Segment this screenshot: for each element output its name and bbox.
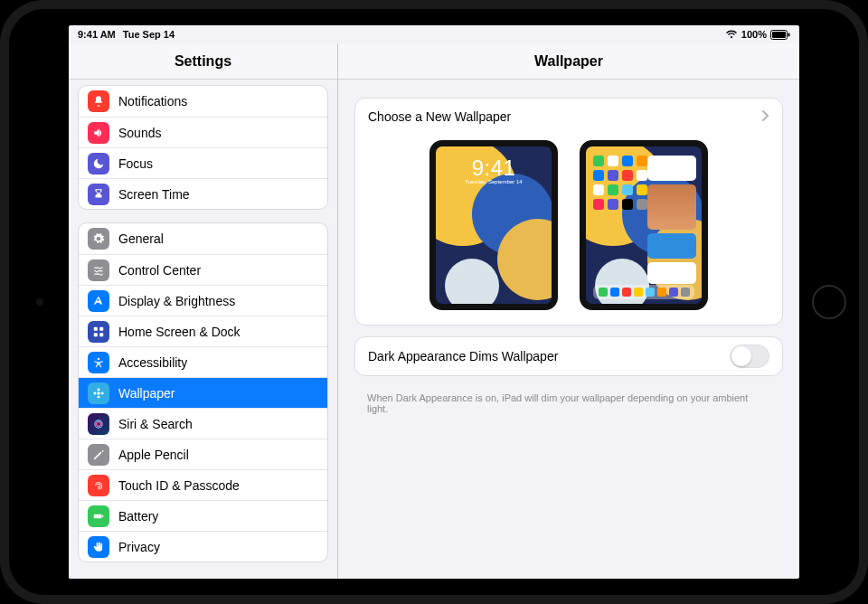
sidebar-item-touch-id-passcode[interactable]: Touch ID & Passcode bbox=[79, 469, 327, 500]
fingerprint-icon bbox=[88, 475, 109, 496]
svg-rect-1 bbox=[772, 32, 786, 38]
dark-appearance-label: Dark Appearance Dims Wallpaper bbox=[368, 349, 558, 363]
svg-rect-16 bbox=[102, 514, 103, 516]
sidebar-item-label: Wallpaper bbox=[118, 386, 175, 401]
wallpaper-chooser-card: Choose a New Wallpaper bbox=[354, 98, 783, 326]
wifi-icon bbox=[725, 30, 738, 39]
accessibility-icon bbox=[88, 352, 109, 373]
gear-icon bbox=[88, 228, 109, 250]
sidebar-item-display-brightness[interactable]: Display & Brightness bbox=[79, 285, 327, 316]
svg-rect-5 bbox=[94, 333, 98, 336]
status-date: Tue Sep 14 bbox=[123, 29, 175, 40]
sidebar-item-label: Privacy bbox=[118, 540, 160, 554]
widgets-stack bbox=[647, 156, 696, 284]
svg-rect-3 bbox=[94, 326, 98, 330]
svg-point-7 bbox=[98, 357, 99, 359]
dark-appearance-footer: When Dark Appearance is on, iPad will di… bbox=[354, 387, 783, 414]
grid-icon bbox=[88, 321, 109, 343]
app-grid bbox=[593, 156, 647, 210]
status-time: 9:41 AM bbox=[78, 29, 116, 40]
sidebar-item-label: Siri & Search bbox=[118, 417, 193, 431]
front-camera bbox=[36, 298, 43, 306]
svg-rect-15 bbox=[94, 514, 102, 518]
svg-point-12 bbox=[101, 392, 104, 394]
sidebar-item-label: Control Center bbox=[118, 263, 201, 278]
sidebar-item-apple-pencil[interactable]: Apple Pencil bbox=[79, 439, 327, 469]
sidebar-item-label: Battery bbox=[118, 509, 158, 524]
home-button[interactable] bbox=[812, 285, 846, 319]
sidebar-item-label: Display & Brightness bbox=[118, 294, 235, 308]
sidebar-item-privacy[interactable]: Privacy bbox=[79, 531, 327, 562]
battery-percent: 100% bbox=[741, 29, 767, 40]
svg-point-8 bbox=[97, 392, 100, 395]
hourglass-icon bbox=[88, 184, 109, 205]
svg-rect-6 bbox=[99, 333, 103, 336]
hand-icon bbox=[88, 536, 109, 558]
sidebar-item-wallpaper[interactable]: Wallpaper bbox=[79, 377, 327, 408]
sidebar-item-sounds[interactable]: Sounds bbox=[79, 117, 327, 147]
lock-screen-preview[interactable]: 9:41 Tuesday, September 14 bbox=[429, 140, 558, 310]
siri-icon bbox=[88, 413, 109, 435]
sidebar-item-label: Notifications bbox=[118, 94, 187, 109]
sidebar-item-home-screen-dock[interactable]: Home Screen & Dock bbox=[79, 316, 327, 346]
svg-point-10 bbox=[98, 395, 100, 398]
choose-wallpaper-label: Choose a New Wallpaper bbox=[368, 109, 511, 124]
svg-point-9 bbox=[98, 388, 100, 391]
dark-appearance-switch[interactable] bbox=[730, 344, 769, 368]
chevron-right-icon bbox=[762, 109, 769, 124]
pencil-icon bbox=[88, 444, 109, 466]
bell-icon bbox=[88, 90, 109, 112]
svg-rect-4 bbox=[99, 326, 103, 330]
detail-pane: Wallpaper Choose a New Wallpaper bbox=[338, 43, 799, 579]
ipad-frame: 9:41 AM Tue Sep 14 100% Settings bbox=[0, 0, 868, 604]
sidebar-item-label: General bbox=[118, 231, 164, 246]
sidebar-item-screen-time[interactable]: Screen Time bbox=[79, 178, 327, 209]
svg-rect-2 bbox=[788, 33, 790, 36]
sidebar-item-notifications[interactable]: Notifications bbox=[79, 86, 327, 117]
sidebar-item-control-center[interactable]: Control Center bbox=[79, 254, 327, 285]
speaker-icon bbox=[88, 122, 109, 144]
sidebar-item-general[interactable]: General bbox=[79, 223, 327, 254]
svg-point-11 bbox=[93, 392, 96, 394]
sidebar-item-label: Screen Time bbox=[118, 187, 190, 202]
switch-knob bbox=[731, 346, 751, 366]
settings-sidebar: Settings Notifications Sounds bbox=[69, 43, 338, 579]
sidebar-item-label: Home Screen & Dock bbox=[118, 325, 241, 339]
sidebar-item-label: Accessibility bbox=[118, 355, 187, 370]
svg-point-14 bbox=[97, 421, 101, 426]
wallpaper-previews: 9:41 Tuesday, September 14 bbox=[355, 135, 782, 325]
lock-time: 9:41 bbox=[436, 156, 552, 181]
home-screen-preview[interactable] bbox=[580, 140, 708, 310]
dock bbox=[593, 285, 694, 299]
sliders-icon bbox=[88, 260, 109, 281]
lock-date: Tuesday, September 14 bbox=[436, 179, 552, 184]
sidebar-item-battery[interactable]: Battery bbox=[79, 500, 327, 531]
status-bar: 9:41 AM Tue Sep 14 100% bbox=[69, 25, 799, 43]
text-size-icon bbox=[88, 290, 109, 312]
battery-icon bbox=[770, 30, 790, 40]
screen: 9:41 AM Tue Sep 14 100% Settings bbox=[69, 25, 799, 579]
home-overlay bbox=[586, 146, 702, 304]
sidebar-item-label: Sounds bbox=[118, 126, 161, 140]
sidebar-group-2: General Control Center Display & Brightn… bbox=[78, 222, 328, 562]
dark-appearance-toggle-row: Dark Appearance Dims Wallpaper bbox=[355, 337, 782, 375]
dark-appearance-card: Dark Appearance Dims Wallpaper bbox=[354, 336, 783, 376]
detail-title: Wallpaper bbox=[338, 43, 799, 80]
sidebar-item-label: Focus bbox=[118, 156, 153, 171]
battery-icon bbox=[88, 505, 109, 527]
sidebar-item-accessibility[interactable]: Accessibility bbox=[79, 346, 327, 377]
sidebar-item-label: Apple Pencil bbox=[118, 448, 189, 462]
sidebar-item-focus[interactable]: Focus bbox=[79, 147, 327, 178]
sidebar-item-siri-search[interactable]: Siri & Search bbox=[79, 408, 327, 439]
moon-icon bbox=[88, 153, 109, 175]
sidebar-scroll[interactable]: Notifications Sounds Focus Screen T bbox=[69, 80, 337, 579]
choose-new-wallpaper-row[interactable]: Choose a New Wallpaper bbox=[355, 99, 782, 135]
flower-icon bbox=[88, 382, 109, 404]
sidebar-group-1: Notifications Sounds Focus Screen T bbox=[78, 85, 328, 210]
sidebar-title: Settings bbox=[69, 43, 337, 80]
sidebar-item-label: Touch ID & Passcode bbox=[118, 478, 240, 493]
